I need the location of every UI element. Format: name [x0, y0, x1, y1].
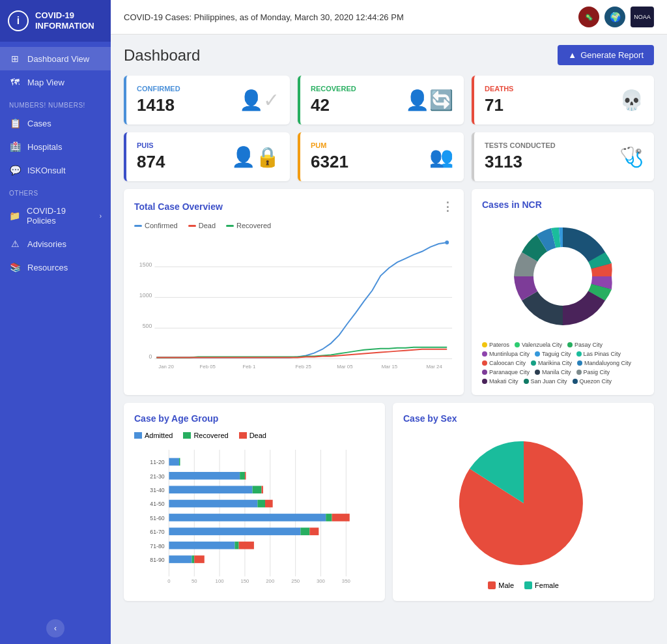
age-bar-chart-svg: 0 50 100 150 200 250 300 350	[134, 445, 375, 588]
recovered-swatch	[183, 432, 191, 439]
marikina-dot	[531, 360, 536, 366]
sidebar-item-cases[interactable]: 📋 Cases	[0, 111, 111, 135]
legend-female: Female	[524, 581, 559, 589]
puis-label: PUIS	[137, 141, 165, 149]
sidebar-item-map[interactable]: 🗺 Map View	[0, 70, 111, 94]
sidebar-item-resources[interactable]: 📚 Resources	[0, 256, 111, 279]
legend-admitted: Admitted	[134, 432, 173, 439]
svg-text:100: 100	[216, 578, 224, 584]
total-case-overview-card: Total Case Overview ⋮ Confirmed Dead Rec…	[124, 189, 464, 395]
mandaluyong-dot	[577, 360, 582, 366]
sidebar-item-hospitals[interactable]: 🏥 Hospitals	[0, 135, 111, 158]
muntinlupa-label: Muntinlupa City	[489, 351, 530, 357]
deaths-value: 71	[485, 95, 513, 115]
svg-rect-57	[169, 542, 234, 549]
donut-chart-svg	[498, 218, 628, 335]
legend-muntinlupa: Muntinlupa City	[482, 351, 530, 357]
male-label: Male	[498, 581, 514, 589]
laspinas-dot	[576, 351, 582, 357]
legend-paranaque: Paranaque City	[482, 369, 530, 375]
tests-icon: 🩺	[619, 145, 644, 168]
svg-rect-38	[240, 472, 245, 480]
caloocan-label: Caloocan City	[489, 360, 526, 366]
dead-label-age: Dead	[249, 432, 266, 439]
line-chart-legend: Confirmed Dead Recovered	[134, 222, 453, 229]
donut-chart-container: Pateros Valenzuela City Pasay City	[482, 218, 644, 385]
sidebar-item-label: Resources	[27, 263, 68, 272]
sidebar-item-policies[interactable]: 📁 COVID-19 Policies ›	[0, 199, 111, 232]
content-area: Dashboard ▲ Generate Report CONFIRMED 14…	[111, 35, 667, 644]
valenzuela-label: Valenzuela City	[522, 342, 562, 348]
sanjuan-dot	[524, 379, 529, 384]
cases-in-ncr-card: Cases in NCR	[472, 189, 654, 395]
sidebar-item-advisories[interactable]: ⚠ Advisories	[0, 232, 111, 256]
legend-dot-confirmed	[134, 225, 142, 227]
svg-text:350: 350	[342, 578, 350, 584]
svg-point-16	[533, 247, 592, 306]
confirmed-value: 1418	[137, 95, 180, 115]
legend-marikina: Marikina City	[531, 360, 572, 366]
pie-chart-svg	[446, 432, 602, 575]
sidebar-title: COVID-19 INFORMATION	[35, 10, 94, 31]
svg-rect-61	[169, 555, 192, 563]
svg-rect-43	[262, 486, 263, 493]
sidebar: i COVID-19 INFORMATION ⊞ Dashboard View …	[0, 0, 111, 644]
generate-report-label: Generate Report	[580, 50, 644, 60]
svg-text:Feb 25: Feb 25	[296, 364, 312, 370]
svg-text:81-90: 81-90	[150, 557, 164, 563]
dashboard-icon: ⊞	[9, 53, 21, 64]
svg-text:0: 0	[167, 578, 170, 584]
sidebar-item-label: Cases	[27, 119, 51, 128]
svg-rect-34	[169, 458, 179, 466]
svg-text:1000: 1000	[139, 292, 152, 299]
svg-rect-58	[234, 542, 238, 549]
legend-laspinas: Las Pinas City	[576, 351, 621, 357]
cases-icon: 📋	[9, 118, 21, 128]
topbar-icons: 🦠 🌍 NOAA	[578, 7, 654, 27]
legend-recovered-label: Recovered	[236, 222, 271, 229]
line-chart-title: Total Case Overview	[134, 201, 223, 212]
svg-point-15	[445, 241, 449, 244]
recovered-label-age: Recovered	[193, 432, 228, 439]
resources-icon: 📚	[9, 262, 21, 272]
confirmed-icon: 👤✓	[239, 89, 279, 111]
sidebar-item-iskonsult[interactable]: 💬 ISKOnsult	[0, 158, 111, 182]
sidebar-nav: ⊞ Dashboard View 🗺 Map View NUMBERS! NUM…	[0, 42, 111, 613]
quezon-dot	[573, 379, 578, 384]
valenzuela-dot	[515, 342, 520, 347]
svg-rect-59	[239, 542, 254, 549]
muntinlupa-dot	[482, 351, 487, 357]
iskonsult-icon: 💬	[9, 165, 21, 175]
generate-report-button[interactable]: ▲ Generate Report	[558, 45, 654, 65]
case-by-sex-card: Case by Sex Male	[393, 403, 654, 601]
svg-rect-46	[257, 500, 265, 508]
legend-pasay: Pasay City	[567, 342, 603, 348]
sidebar-item-label: COVID-19 Policies	[27, 206, 93, 226]
female-dot	[524, 581, 532, 589]
svg-rect-63	[194, 555, 205, 563]
section-label-numbers: NUMBERS! NUMBERS!	[0, 94, 111, 111]
svg-rect-51	[332, 514, 350, 521]
legend-mandaluyong: Mandaluyong City	[577, 360, 631, 366]
tests-label: TESTS CONDUCTED	[485, 141, 556, 149]
svg-rect-49	[169, 514, 326, 521]
recovered-value: 42	[311, 95, 356, 115]
sanjuan-label: San Juan City	[531, 378, 567, 385]
svg-rect-62	[192, 555, 194, 563]
ncr-title-label: Cases in NCR	[482, 199, 542, 210]
dead-swatch	[239, 432, 247, 439]
sidebar-item-dashboard[interactable]: ⊞ Dashboard View	[0, 47, 111, 70]
org-icon-1: 🦠	[578, 7, 599, 27]
sidebar-item-label: Advisories	[27, 239, 66, 249]
chart-menu-icon[interactable]: ⋮	[442, 199, 453, 214]
sidebar-collapse-button[interactable]: ‹	[46, 619, 64, 637]
svg-text:Jan 20: Jan 20	[158, 364, 174, 370]
svg-rect-53	[169, 527, 300, 535]
svg-rect-42	[253, 486, 262, 493]
legend-sanjuan: San Juan City	[524, 378, 567, 385]
mandaluyong-label: Mandaluyong City	[584, 360, 631, 366]
pum-icon: 👥	[429, 145, 453, 168]
map-icon: 🗺	[9, 77, 21, 87]
donut-legend: Pateros Valenzuela City Pasay City	[482, 342, 644, 385]
deaths-icon: 💀	[619, 89, 644, 111]
